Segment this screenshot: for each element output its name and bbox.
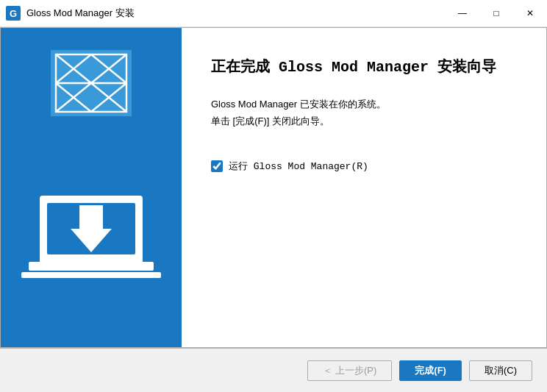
close-button[interactable]: ✕ — [513, 0, 547, 27]
logo-box — [51, 50, 132, 116]
download-area — [21, 138, 161, 285]
arrow-container — [71, 205, 112, 252]
laptop-base — [29, 262, 154, 271]
titlebar: G Gloss Mod Manager 安装 — □ ✕ — [0, 0, 547, 27]
laptop-stand — [21, 272, 161, 278]
app-icon-letter: G — [10, 9, 17, 18]
run-app-label[interactable]: 运行 Gloss Mod Manager(R) — [229, 160, 368, 173]
cancel-button[interactable]: 取消(C) — [469, 360, 532, 381]
wizard-description: Gloss Mod Manager 已安装在你的系统。 单击 [完成(F)] 关… — [211, 96, 517, 130]
left-panel — [1, 28, 182, 347]
main-content: 正在完成 Gloss Mod Manager 安装向导 Gloss Mod Ma… — [0, 27, 547, 348]
laptop-screen — [40, 196, 143, 262]
checkbox-row[interactable]: 运行 Gloss Mod Manager(R) — [211, 160, 517, 173]
titlebar-left: G Gloss Mod Manager 安装 — [6, 6, 135, 21]
app-icon: G — [6, 6, 21, 21]
laptop-screen-inner — [47, 203, 135, 254]
right-panel: 正在完成 Gloss Mod Manager 安装向导 Gloss Mod Ma… — [182, 28, 546, 347]
arrow-shaft — [79, 205, 103, 229]
back-button[interactable]: ＜ 上一步(P) — [307, 360, 392, 381]
footer: ＜ 上一步(P) 完成(F) 取消(C) — [0, 348, 547, 392]
wizard-description-line2: 单击 [完成(F)] 关闭此向导。 — [211, 115, 329, 126]
run-app-checkbox[interactable] — [211, 160, 223, 172]
titlebar-controls: — □ ✕ — [446, 0, 547, 27]
logo-icon — [51, 50, 132, 116]
finish-button[interactable]: 完成(F) — [399, 360, 462, 381]
minimize-button[interactable]: — — [446, 0, 479, 27]
maximize-button[interactable]: □ — [479, 0, 513, 27]
arrow-head — [71, 229, 112, 252]
wizard-title: 正在完成 Gloss Mod Manager 安装向导 — [211, 57, 517, 78]
titlebar-title: Gloss Mod Manager 安装 — [26, 7, 135, 20]
wizard-description-line1: Gloss Mod Manager 已安装在你的系统。 — [211, 99, 386, 110]
